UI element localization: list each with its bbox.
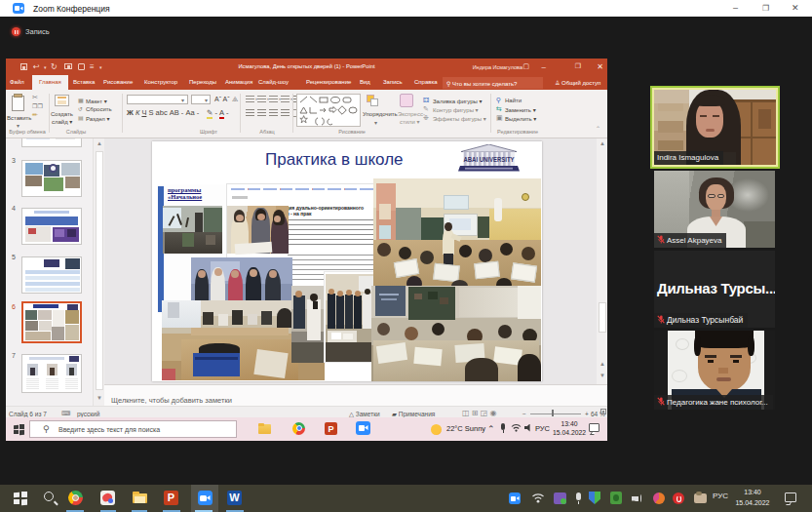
svg-text:ABAI UNIVERSITY: ABAI UNIVERSITY (464, 155, 515, 164)
